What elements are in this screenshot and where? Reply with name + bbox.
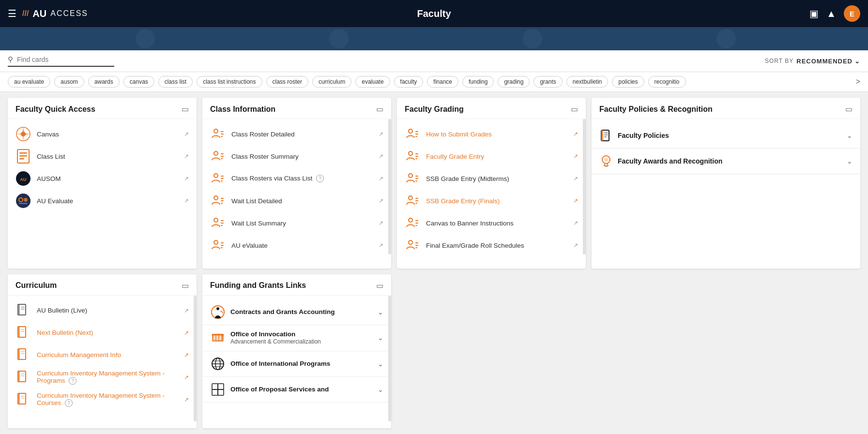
international-title: Office of International Programs: [230, 359, 373, 368]
svg-point-64: [409, 240, 412, 244]
sort-dropdown[interactable]: Recommended ⌄: [796, 58, 860, 65]
tag-faculty[interactable]: faculty: [394, 76, 424, 88]
funding-acc-header-proposal[interactable]: Office of Proposal Services and ⌄: [210, 382, 383, 397]
tag-policies[interactable]: policies: [612, 76, 644, 88]
tag-evaluate[interactable]: evaluate: [355, 76, 390, 88]
list-item-ssb-grade-finals[interactable]: SSB Grade Entry (Finals) ↗: [397, 190, 586, 212]
bookmark-icon-quick-access[interactable]: ▭: [182, 105, 189, 114]
class-roster-detailed-label: Class Roster Detailed: [231, 131, 373, 138]
chevron-down-icon: ⌄: [378, 334, 383, 342]
list-item-ausom[interactable]: AU AUSOM ↗: [8, 167, 197, 190]
list-item-cims-courses[interactable]: Curriculum Inventory Management System -…: [8, 389, 197, 411]
svg-rect-76: [604, 136, 607, 137]
empty-col4: [592, 274, 860, 429]
tag-grading[interactable]: grading: [498, 76, 530, 88]
svg-rect-22: [221, 156, 224, 157]
tags-next-arrow[interactable]: >: [856, 77, 860, 86]
how-submit-grades-label: How to Submit Grades: [426, 131, 567, 138]
svg-rect-53: [415, 176, 418, 177]
list-item-class-list[interactable]: Class List ↗: [8, 145, 197, 167]
external-link-icon: ↗: [184, 175, 189, 182]
list-item-au-bulletin[interactable]: AU Bulletin (Live) ↗: [8, 299, 197, 322]
chevron-down-icon: ⌄: [378, 360, 383, 368]
bookmark-icon-curriculum[interactable]: ▭: [182, 281, 189, 290]
list-item-wait-list-detailed[interactable]: Wait List Detailed ↗: [202, 190, 391, 212]
svg-point-78: [604, 158, 608, 162]
funding-acc-header-contracts[interactable]: Contracts and Grants Accounting ⌄: [210, 304, 383, 320]
tag-grants[interactable]: grants: [533, 76, 562, 88]
help-icon[interactable]: ?: [65, 399, 73, 407]
svg-rect-80: [603, 165, 609, 166]
avatar[interactable]: E: [844, 5, 860, 22]
svg-rect-31: [221, 203, 223, 204]
funding-acc-header-innovation[interactable]: Office of Innvocation Advancement & Comm…: [210, 330, 383, 346]
svg-point-24: [214, 174, 218, 178]
tag-class-list[interactable]: class list: [158, 76, 193, 88]
list-item-wait-list-summary[interactable]: Wait List Summary ↗: [202, 212, 391, 234]
svg-rect-87: [21, 329, 25, 330]
bookmark-icon-policies[interactable]: ▭: [845, 105, 853, 114]
svg-rect-26: [221, 178, 224, 179]
external-link-icon: ↗: [184, 131, 189, 137]
bookmark-icon-funding[interactable]: ▭: [376, 281, 383, 290]
tag-au-evaluate[interactable]: au evaluate: [8, 76, 50, 88]
external-link-icon: ↗: [184, 352, 189, 359]
list-item-canvas-banner[interactable]: Canvas to Banner Instructions ↗: [397, 212, 586, 234]
search-input[interactable]: [17, 56, 104, 63]
svg-rect-3: [799, 32, 805, 50]
list-item-class-rosters-via-list[interactable]: Class Rosters via Class List ? ↗: [202, 167, 391, 190]
hamburger-menu[interactable]: ☰: [8, 8, 16, 19]
list-item-faculty-grade-entry[interactable]: Faculty Grade Entry ↗: [397, 145, 586, 167]
tag-canvas[interactable]: canvas: [123, 76, 154, 88]
svg-rect-46: [415, 134, 418, 135]
bookmark-icon-grading[interactable]: ▭: [571, 105, 578, 114]
list-item-final-exam-schedules[interactable]: Final Exam/Grade Roll Schedules ↗: [397, 234, 586, 254]
tag-curriculum[interactable]: curriculum: [312, 76, 351, 88]
accordion-header-faculty-awards[interactable]: Faculty Awards and Recognition ⌄: [599, 154, 853, 168]
list-item-au-evaluate[interactable]: AU eValuate ↗: [202, 234, 391, 254]
list-item-class-roster-summary[interactable]: Class Roster Summary ↗: [202, 145, 391, 167]
list-item-curriculum-mgmt[interactable]: Curriculum Management Info ↗: [8, 344, 197, 366]
help-icon[interactable]: ?: [316, 175, 324, 182]
tag-ausom[interactable]: ausom: [54, 76, 84, 88]
list-item-cims-programs[interactable]: Curriculum Inventory Management System -…: [8, 366, 197, 389]
tag-finance[interactable]: finance: [427, 76, 458, 88]
svg-rect-50: [415, 156, 418, 157]
curriculum-card: Curriculum ▭ AU Bulletin (Live) ↗: [8, 274, 197, 429]
person-list-icon: [210, 149, 226, 164]
notification-icon[interactable]: ▲: [826, 8, 836, 19]
tag-class-list-instructions[interactable]: class list instructions: [197, 76, 262, 88]
list-item-class-roster-detailed[interactable]: Class Roster Detailed ↗: [202, 123, 391, 145]
svg-rect-62: [415, 223, 418, 224]
accordion-header-faculty-policies[interactable]: Faculty Policies ⌄: [599, 129, 853, 142]
person-list-icon: [405, 193, 420, 209]
svg-rect-39: [221, 247, 223, 248]
card-header-funding: Funding and Grants Links ▭: [202, 274, 391, 296]
svg-rect-47: [415, 136, 417, 137]
list-item-next-bulletin[interactable]: Next Bulletin (Next) ↗: [8, 322, 197, 344]
tag-funding[interactable]: funding: [462, 76, 494, 88]
list-item-au-evaluate[interactable]: AU Evaluate ↗: [8, 190, 197, 212]
svg-rect-84: [21, 309, 25, 310]
tag-recognitio[interactable]: recognitio: [648, 76, 686, 88]
tag-nextbulletin[interactable]: nextbulletin: [566, 76, 609, 88]
external-link-icon: ↗: [184, 153, 189, 160]
next-bulletin-label: Next Bulletin (Next): [37, 329, 178, 336]
faculty-quick-access-card: Faculty Quick Access ▭ Canvas ↗: [8, 98, 197, 269]
tag-class-roster[interactable]: class roster: [266, 76, 308, 88]
calendar-icon[interactable]: ▣: [809, 8, 819, 19]
innovation-subtitle: Advancement & Commercialization: [230, 338, 373, 346]
list-item-how-submit-grades[interactable]: How to Submit Grades ↗: [397, 123, 586, 145]
external-link-icon: ↗: [184, 197, 189, 204]
list-item-canvas[interactable]: Canvas ↗: [8, 123, 197, 145]
svg-point-32: [214, 218, 218, 222]
external-link-icon: ↗: [573, 197, 578, 204]
help-icon[interactable]: ?: [69, 377, 76, 385]
chevron-down-icon: ⌄: [854, 58, 860, 65]
list-item-ssb-grade-midterms[interactable]: SSB Grade Entry (Midterms) ↗: [397, 167, 586, 190]
tag-awards[interactable]: awards: [88, 76, 120, 88]
evaluate-label: AU Evaluate: [37, 197, 178, 205]
external-link-icon: ↗: [573, 242, 578, 249]
funding-acc-header-international[interactable]: Office of International Programs ⌄: [210, 356, 383, 372]
bookmark-icon-class-info[interactable]: ▭: [376, 105, 383, 114]
